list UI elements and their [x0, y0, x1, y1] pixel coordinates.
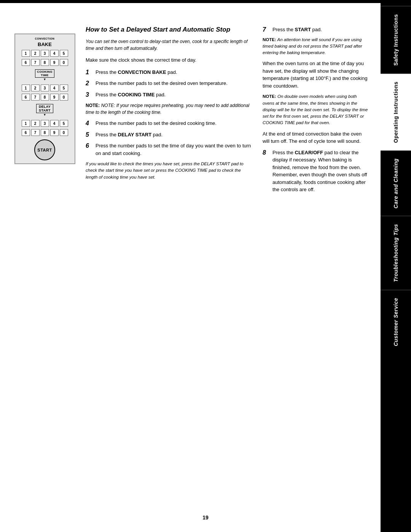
step-2: 2 Press the number pads to set the desir… — [86, 80, 251, 87]
key-2c[interactable]: 2 — [31, 120, 40, 127]
step-3-text: Press the COOKING TIME pad. — [96, 91, 166, 99]
italic-footer: If you would like to check the times you… — [86, 161, 251, 181]
step-number-6: 6 — [86, 142, 92, 149]
convection-label: CONVECTION — [35, 37, 55, 40]
left-panel: CONVECTION BAKE 1 2 3 4 5 6 7 8 9 0 — [11, 26, 78, 517]
key-3[interactable]: 3 — [41, 50, 49, 57]
note-attention: NOTE: An attention tone will sound if yo… — [263, 37, 369, 56]
delay-start-divider: DELAYSTART ▼ — [18, 104, 72, 117]
key-1b[interactable]: 1 — [22, 85, 30, 91]
keypad-row-2: 6 7 8 9 0 — [22, 59, 68, 66]
step-6-text: Press the number pads to set the time of… — [96, 142, 251, 157]
step-3: 3 Press the COOKING TIME pad. — [86, 91, 251, 99]
step-number-7: 7 — [263, 26, 269, 33]
keypad-row-1: 1 2 3 4 5 — [22, 50, 68, 57]
key-0[interactable]: 0 — [60, 59, 68, 66]
page-container: CONVECTION BAKE 1 2 3 4 5 6 7 8 9 0 — [0, 0, 411, 532]
top-bar — [0, 0, 411, 3]
step-number-8: 8 — [263, 149, 269, 156]
step-number-5: 5 — [86, 131, 92, 138]
arrow-down-icon: ▼ — [43, 78, 46, 81]
note-double-oven: NOTE: On double oven models when using b… — [263, 93, 369, 126]
key-2[interactable]: 2 — [31, 50, 40, 57]
oven-diagram: CONVECTION BAKE 1 2 3 4 5 6 7 8 9 0 — [14, 34, 75, 164]
step-4: 4 Press the number pads to set the desir… — [86, 120, 251, 127]
step-7: 7 Press the START pad. — [263, 26, 369, 34]
step-6: 6 Press the number pads to set the time … — [86, 142, 251, 157]
sidebar-customer[interactable]: Customer Service — [381, 290, 411, 354]
make-sure-text: Make sure the clock shows the correct ti… — [86, 56, 251, 64]
key-3c[interactable]: 3 — [41, 120, 49, 127]
key-8[interactable]: 8 — [41, 59, 49, 66]
step-number-4: 4 — [86, 120, 92, 127]
end-of-timed-text: At the end of timed convection bake the … — [263, 130, 369, 145]
arrow-down-icon-2: ▼ — [43, 113, 46, 117]
keypad-row-4: 6 7 8 9 0 — [22, 94, 68, 101]
key-6c[interactable]: 6 — [22, 129, 30, 136]
key-0b[interactable]: 0 — [60, 94, 68, 101]
step-1: 1 Press the CONVECTION BAKE pad. — [86, 69, 251, 76]
key-7b[interactable]: 7 — [31, 94, 40, 101]
bake-label: BAKE — [38, 42, 52, 47]
cooking-time-divider: COOKINGTIME ▼ — [18, 69, 72, 81]
cooking-time-label: COOKINGTIME — [35, 69, 54, 78]
key-9c[interactable]: 9 — [50, 129, 59, 136]
key-3b[interactable]: 3 — [41, 85, 49, 91]
section-title: How to Set a Delayed Start and Automatic… — [86, 26, 251, 34]
center-content: How to Set a Delayed Start and Automatic… — [86, 26, 255, 517]
key-6[interactable]: 6 — [22, 59, 30, 66]
step-5-text: Press the DELAY START pad. — [96, 131, 162, 139]
step-number-1: 1 — [86, 69, 92, 76]
right-column: 7 Press the START pad. NOTE: An attentio… — [263, 26, 369, 517]
sidebar-safety[interactable]: Safety Instructions — [381, 6, 411, 73]
step-8: 8 Press the CLEAR/OFF pad to clear the d… — [263, 149, 369, 193]
key-0c[interactable]: 0 — [60, 129, 68, 136]
keypad-row-3: 1 2 3 4 5 — [22, 85, 68, 91]
key-1c[interactable]: 1 — [22, 120, 30, 127]
note-preheating: NOTE: NOTE: If your recipe requires preh… — [86, 102, 251, 116]
key-5b[interactable]: 5 — [60, 85, 68, 91]
key-7c[interactable]: 7 — [31, 129, 40, 136]
sidebar-operating[interactable]: Operating Instructions — [381, 73, 411, 150]
sidebar-troubleshooting[interactable]: Troubleshooting Tips — [381, 216, 411, 290]
step-7-text: Press the START pad. — [272, 26, 322, 34]
keypad-row-5: 1 2 3 4 5 — [22, 120, 68, 127]
key-2b[interactable]: 2 — [31, 85, 40, 91]
step-1-text: Press the CONVECTION BAKE pad. — [96, 69, 177, 76]
sidebar-care[interactable]: Care and Cleaning — [381, 150, 411, 216]
key-9b[interactable]: 9 — [50, 94, 59, 101]
page-number: 19 — [202, 514, 209, 521]
when-oven-text: When the oven turns on at the time of da… — [263, 60, 369, 89]
start-button[interactable]: START — [34, 139, 55, 160]
key-8c[interactable]: 8 — [41, 129, 49, 136]
delay-start-label: DELAYSTART — [36, 104, 53, 113]
key-4[interactable]: 4 — [50, 50, 59, 57]
key-4c[interactable]: 4 — [50, 120, 59, 127]
key-4b[interactable]: 4 — [50, 85, 59, 91]
step-8-text: Press the CLEAR/OFF pad to clear the dis… — [272, 149, 369, 193]
sidebar: Safety Instructions Operating Instructio… — [381, 3, 411, 532]
step-5: 5 Press the DELAY START pad. — [86, 131, 251, 139]
key-6b[interactable]: 6 — [22, 94, 30, 101]
intro-text: You can set the oven control to delay-st… — [86, 38, 251, 52]
key-5c[interactable]: 5 — [60, 120, 68, 127]
step-number-2: 2 — [86, 80, 92, 87]
key-5[interactable]: 5 — [60, 50, 68, 57]
key-7[interactable]: 7 — [31, 59, 40, 66]
step-2-text: Press the number pads to set the desired… — [96, 80, 228, 87]
step-number-3: 3 — [86, 91, 92, 98]
step-4-text: Press the number pads to set the desired… — [96, 120, 217, 127]
key-1[interactable]: 1 — [22, 50, 30, 57]
key-8b[interactable]: 8 — [41, 94, 49, 101]
keypad-row-6: 6 7 8 9 0 — [22, 129, 68, 136]
key-9[interactable]: 9 — [50, 59, 59, 66]
main-content: CONVECTION BAKE 1 2 3 4 5 6 7 8 9 0 — [0, 3, 381, 532]
